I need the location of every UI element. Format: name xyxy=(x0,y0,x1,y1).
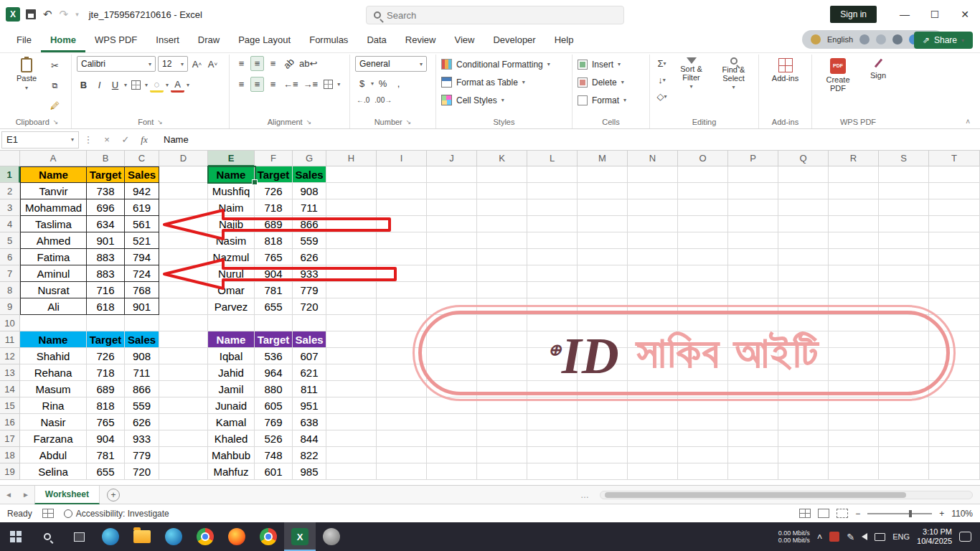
cell-E6[interactable]: Nazmul xyxy=(208,249,255,265)
cell-K2[interactable] xyxy=(477,183,527,199)
format-as-table-button[interactable]: Format as Table▾ xyxy=(441,74,567,90)
cell-C11[interactable]: Sales xyxy=(125,331,159,348)
cell-L16[interactable] xyxy=(527,414,578,430)
cell-P15[interactable] xyxy=(728,397,778,414)
comma-icon[interactable]: , xyxy=(392,76,405,91)
cell-E14[interactable]: Jamil xyxy=(208,381,255,397)
share-button[interactable]: ⇗ Share ▾ xyxy=(914,32,973,49)
cell-L19[interactable] xyxy=(527,463,578,480)
currency-icon[interactable]: $ xyxy=(355,76,369,91)
cell-J14[interactable] xyxy=(427,381,477,397)
cell-B4[interactable]: 634 xyxy=(87,216,125,232)
cell-S18[interactable] xyxy=(879,447,929,463)
cell-A3[interactable]: Mohammad xyxy=(20,199,87,216)
cell-T4[interactable] xyxy=(929,216,980,232)
cell-S9[interactable] xyxy=(879,298,929,315)
cell-B18[interactable]: 781 xyxy=(87,447,125,463)
taskbar-app-edge[interactable] xyxy=(95,522,126,551)
cell-T18[interactable] xyxy=(929,447,980,463)
cell-R9[interactable] xyxy=(829,298,879,315)
taskbar-app-excel[interactable]: X xyxy=(284,522,316,551)
clock[interactable]: 3:10 PM 10/4/2025 xyxy=(917,527,952,546)
cell-T14[interactable] xyxy=(929,381,980,397)
cell-P8[interactable] xyxy=(728,282,778,298)
cell-O3[interactable] xyxy=(678,199,728,216)
cell-C1[interactable]: Sales xyxy=(125,166,159,183)
font-color-caret[interactable]: ▾ xyxy=(187,82,189,88)
cell-Q11[interactable] xyxy=(778,331,829,348)
cell-C3[interactable]: 619 xyxy=(125,199,159,216)
cell-I6[interactable] xyxy=(377,249,427,265)
enter-icon[interactable]: ✓ xyxy=(116,134,135,145)
cell-A9[interactable]: Ali xyxy=(20,298,87,315)
cell-E2[interactable]: Mushfiq xyxy=(208,183,255,199)
cell-D18[interactable] xyxy=(159,447,208,463)
cell-D8[interactable] xyxy=(159,282,208,298)
cell-M2[interactable] xyxy=(578,183,628,199)
cell-J7[interactable] xyxy=(427,265,477,282)
cell-F16[interactable]: 769 xyxy=(255,414,293,430)
cell-O10[interactable] xyxy=(678,315,728,331)
cell-D4[interactable] xyxy=(159,216,208,232)
cell-A16[interactable]: Nasir xyxy=(20,414,87,430)
italic-button[interactable]: I xyxy=(93,77,106,93)
cell-C10[interactable] xyxy=(125,315,159,331)
undo-icon[interactable]: ↶ xyxy=(43,8,52,21)
cell-P16[interactable] xyxy=(728,414,778,430)
cell-R6[interactable] xyxy=(829,249,879,265)
cell-D10[interactable] xyxy=(159,315,208,331)
increase-decimal-icon[interactable]: ←.0 xyxy=(355,93,371,108)
cell-G19[interactable]: 985 xyxy=(293,463,326,480)
save-icon[interactable] xyxy=(26,9,36,19)
cell-L1[interactable] xyxy=(527,166,578,183)
cell-G12[interactable]: 607 xyxy=(293,348,326,364)
cell-I2[interactable] xyxy=(377,183,427,199)
column-header-O[interactable]: O xyxy=(678,151,728,166)
cell-P18[interactable] xyxy=(728,447,778,463)
fill-caret[interactable]: ▾ xyxy=(166,82,169,88)
page-break-view-icon[interactable] xyxy=(837,509,848,518)
cell-N10[interactable] xyxy=(628,315,678,331)
merge-center-icon[interactable] xyxy=(321,77,335,92)
cell-S7[interactable] xyxy=(879,265,929,282)
zoom-in-icon[interactable]: + xyxy=(939,509,944,519)
cell-D16[interactable] xyxy=(159,414,208,430)
cell-A13[interactable]: Rehana xyxy=(20,364,87,381)
cell-H2[interactable] xyxy=(326,183,377,199)
cell-O12[interactable] xyxy=(678,348,728,364)
cell-L15[interactable] xyxy=(527,397,578,414)
cell-J16[interactable] xyxy=(427,414,477,430)
cell-E12[interactable]: Iqbal xyxy=(208,348,255,364)
cell-T6[interactable] xyxy=(929,249,980,265)
recorder-bag-icon[interactable] xyxy=(811,34,821,44)
cell-H1[interactable] xyxy=(326,166,377,183)
cell-T9[interactable] xyxy=(929,298,980,315)
cell-D13[interactable] xyxy=(159,364,208,381)
cell-S14[interactable] xyxy=(879,381,929,397)
cell-I9[interactable] xyxy=(377,298,427,315)
cell-J3[interactable] xyxy=(427,199,477,216)
cell-I3[interactable] xyxy=(377,199,427,216)
cell-N4[interactable] xyxy=(628,216,678,232)
cell-N12[interactable] xyxy=(628,348,678,364)
pen-tray-icon[interactable]: ✎ xyxy=(847,532,854,542)
cell-H11[interactable] xyxy=(326,331,377,348)
zoom-out-icon[interactable]: − xyxy=(855,509,860,519)
cell-P9[interactable] xyxy=(728,298,778,315)
cell-K9[interactable] xyxy=(477,298,527,315)
paste-button[interactable]: Paste▾ xyxy=(8,56,45,116)
shrink-font-icon[interactable]: A˅ xyxy=(206,57,220,72)
row-header-9[interactable]: 9 xyxy=(0,298,20,315)
cell-R17[interactable] xyxy=(829,430,879,447)
cell-J6[interactable] xyxy=(427,249,477,265)
addins-button[interactable]: Add-ins xyxy=(767,56,804,116)
cell-C2[interactable]: 942 xyxy=(125,183,159,199)
cell-Q5[interactable] xyxy=(778,232,829,249)
cell-K15[interactable] xyxy=(477,397,527,414)
cell-K3[interactable] xyxy=(477,199,527,216)
cell-I5[interactable] xyxy=(377,232,427,249)
cell-S1[interactable] xyxy=(879,166,929,183)
cell-M17[interactable] xyxy=(578,430,628,447)
cell-B11[interactable]: Target xyxy=(87,331,125,348)
sheet-prev-icon[interactable]: ◄ xyxy=(0,491,17,499)
